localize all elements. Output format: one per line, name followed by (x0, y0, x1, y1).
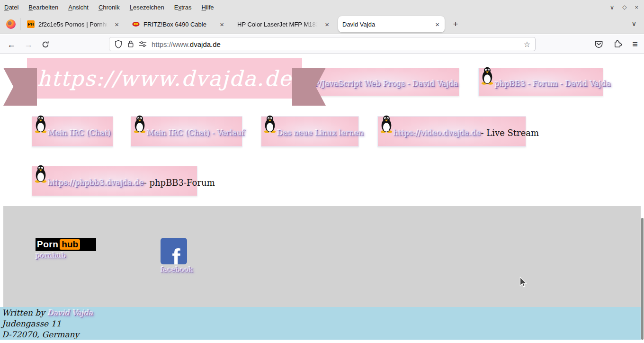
link-box-phpbb3-forum[interactable]: https://phpbb3.dvajda.de - phpBB3-Forum (32, 166, 197, 196)
tab-strip: PH 2f2c1e5s Pornos | Pornhub × FRITZ!Box… (23, 16, 463, 32)
menu-item-ansicht[interactable]: Ansicht (68, 4, 89, 11)
link-label[interactable]: PHP/JavaScript Web Progs - David Vajda (303, 76, 458, 88)
pornhub-logo-text: Porn (37, 239, 58, 250)
facebook-logo-letter: f (172, 245, 180, 264)
link-box-phpbb3-forum-top[interactable]: phpBB3 - Forum - David Vajda (478, 68, 603, 96)
menu-bar: Datei Bearbeiten Ansicht Chronik Lesezei… (0, 0, 644, 14)
menu-item-lesezeichen[interactable]: Lesezeichen (130, 4, 164, 11)
pornhub-logo-text: hub (60, 239, 80, 250)
url-text[interactable]: https://www.dvajda.de (152, 40, 221, 48)
footer-address-line2: D-72070, Germany (2, 329, 641, 340)
permissions-icon[interactable] (139, 41, 147, 47)
tab-close-icon[interactable]: × (434, 21, 440, 28)
tux-penguin-icon (379, 115, 394, 133)
menu-item-chronik[interactable]: Chronik (98, 4, 120, 11)
link-box-mein-irc-verlauf[interactable]: Mein IRC (Chat) - Verlauf (131, 116, 242, 147)
tab-title: FRITZ!Box 6490 Cable (143, 21, 215, 28)
window-minimize-button[interactable]: ∨ (610, 4, 615, 11)
ribbon-tail-left (3, 68, 37, 106)
link-label[interactable]: Mein IRC (Chat) - Verlauf (147, 126, 245, 137)
window-controls: ∨ ◇ × (610, 0, 638, 14)
fritzbox-favicon (132, 20, 140, 28)
scrollbar-thumb[interactable] (641, 218, 644, 340)
banner-ribbon: https://www.dvajda.de (27, 58, 302, 99)
lock-icon[interactable] (127, 40, 134, 48)
pornhub-link[interactable]: pornhub (36, 251, 66, 260)
new-tab-button[interactable]: + (448, 17, 463, 31)
link-label[interactable]: phpBB3 - Forum - David Vajda (495, 76, 611, 88)
footer-address-line1: Judengasse 11 (2, 318, 641, 329)
menu-item-datei[interactable]: Datei (4, 4, 18, 11)
menu-item-bearbeiten[interactable]: Bearbeiten (28, 4, 58, 11)
tab-hp-printer[interactable]: HP Color LaserJet MFP M183fw × (233, 16, 334, 32)
tabbar-separator (20, 18, 20, 30)
tux-penguin-icon (34, 165, 48, 183)
toolbar-right-icons: ≡ (594, 37, 638, 51)
tux-penguin-icon (34, 115, 48, 133)
tux-penguin-icon (480, 67, 494, 85)
link-label[interactable]: https://video.dvajda.de (394, 126, 481, 137)
facebook-link[interactable]: facebook (161, 265, 187, 274)
menu-item-extras[interactable]: Extras (174, 4, 192, 11)
link-label[interactable]: Das neue Linux lernen (277, 126, 364, 137)
back-button[interactable]: ← (5, 38, 18, 51)
author-link[interactable]: David Vajda (47, 308, 93, 317)
pornhub-favicon: PH (27, 20, 35, 28)
pocket-icon[interactable] (594, 40, 603, 49)
tab-pornhub[interactable]: PH 2f2c1e5s Pornos | Pornhub × (23, 16, 124, 32)
link-plain-text: - Live Stream (481, 125, 539, 138)
link-plain-text: - phpBB3-Forum (144, 175, 215, 188)
facebook-logo[interactable]: f (161, 238, 187, 264)
link-box-php-javascript[interactable]: PHP/JavaScript Web Progs - David Vajda (302, 68, 459, 96)
navigation-toolbar: ← → (0, 35, 644, 54)
banner-text: https://www.dvajda.de (37, 66, 292, 90)
hamburger-menu-icon[interactable]: ≡ (632, 39, 638, 50)
tab-close-icon[interactable]: × (219, 21, 225, 28)
tab-close-icon[interactable]: × (114, 21, 120, 28)
tab-title: HP Color LaserJet MFP M183fw (237, 21, 320, 28)
shield-icon[interactable] (114, 40, 123, 49)
window-close-button[interactable]: × (635, 4, 638, 11)
page-content: https://www.dvajda.de PHP/JavaScript Web… (0, 54, 644, 343)
browser-window: Datei Bearbeiten Ansicht Chronik Lesezei… (0, 0, 644, 343)
forward-button: → (22, 38, 35, 51)
footer-author-line: Written by David Vajda (2, 307, 641, 318)
link-label[interactable]: Mein IRC (Chat) (48, 126, 111, 137)
extensions-icon[interactable] (613, 40, 622, 49)
link-box-linux-lernen[interactable]: Das neue Linux lernen (261, 116, 359, 147)
tab-david-vajda-active[interactable]: David Vajda × (338, 16, 445, 32)
firefox-icon (6, 19, 16, 29)
tux-penguin-icon (263, 115, 277, 133)
link-label[interactable]: https://phpbb3.dvajda.de (48, 175, 144, 187)
tux-penguin-icon (133, 115, 147, 133)
page-footer: Written by David Vajda Judengasse 11 D-7… (0, 307, 641, 340)
window-maximize-button[interactable]: ◇ (622, 4, 626, 10)
menu-item-hilfe[interactable]: Hilfe (202, 4, 214, 11)
pornhub-logo[interactable]: Porn hub (36, 238, 96, 251)
bookmark-star-icon[interactable]: ☆ (524, 40, 530, 49)
tab-title: David Vajda (342, 21, 430, 28)
tab-fritzbox[interactable]: FRITZ!Box 6490 Cable × (128, 16, 229, 32)
tab-close-icon[interactable]: × (324, 21, 330, 28)
tab-overflow-button[interactable]: ∨ (632, 20, 636, 27)
reload-button[interactable] (39, 38, 52, 51)
url-bar[interactable]: https://www.dvajda.de ☆ (109, 37, 536, 51)
mouse-cursor (519, 277, 527, 288)
tab-title: 2f2c1e5s Pornos | Pornhub (38, 21, 110, 28)
tab-bar: PH 2f2c1e5s Pornos | Pornhub × FRITZ!Box… (0, 14, 644, 34)
link-box-mein-irc[interactable]: Mein IRC (Chat) (32, 116, 113, 147)
link-box-video-livestream[interactable]: https://video.dvajda.de - Live Stream (377, 116, 526, 147)
social-panel: Porn hub pornhub f facebook (3, 206, 641, 307)
